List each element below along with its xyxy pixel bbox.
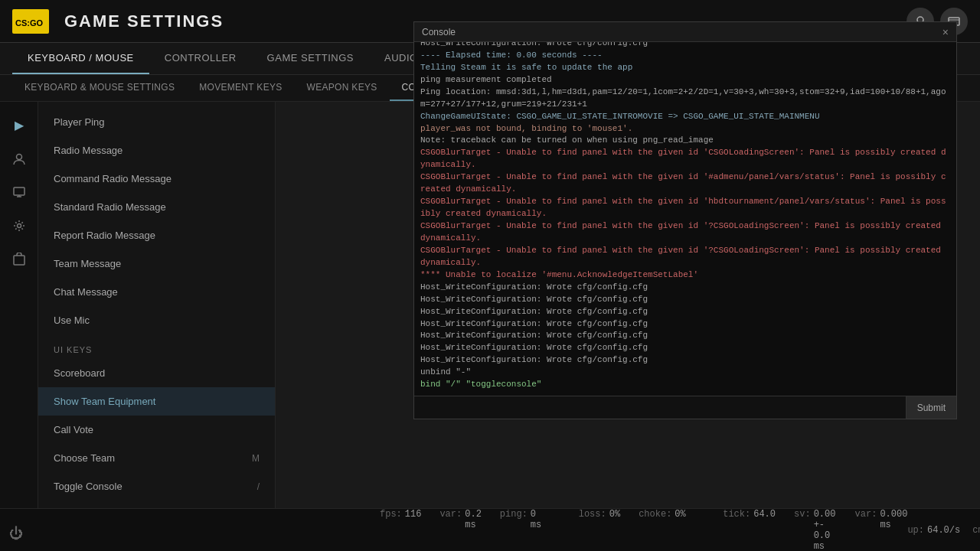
- console-line: bind "/" "toggleconsole": [420, 379, 950, 391]
- status-bar: ⏻ fps: 116 var: 0.2 ms ping: 0 ms loss: …: [0, 508, 980, 551]
- console-window: Console × Unknown command "joy_lookspin_…: [413, 21, 957, 419]
- tab-controller[interactable]: Controller: [149, 43, 252, 74]
- console-line: ping measurement completed: [420, 74, 950, 86]
- console-line: CSGOBlurTarget - Unable to find panel wi…: [420, 220, 950, 245]
- tab-keyboard-mouse-settings[interactable]: Keyboard & Mouse Settings: [12, 75, 187, 101]
- sidebar-icons: ▶: [0, 102, 38, 546]
- tick-label: tick:: [723, 509, 750, 552]
- var2-value: 0.000 ms: [880, 509, 907, 552]
- tick-value: 64.0: [753, 509, 776, 552]
- console-title-bar: Console ×: [414, 22, 956, 42]
- gear-icon[interactable]: [5, 212, 33, 240]
- fps-metric: fps: 116: [380, 509, 421, 552]
- console-line: CSGOBlurTarget - Unable to find panel wi…: [420, 147, 950, 171]
- svg-rect-5: [14, 187, 24, 195]
- settings-item-report-radio[interactable]: Report Radio Message: [38, 221, 275, 249]
- sv-metric: sv: 0.00 +- 0.0 ms: [794, 509, 837, 552]
- svg-point-8: [17, 224, 21, 228]
- settings-item-standard-radio[interactable]: Standard Radio Message: [38, 193, 275, 221]
- loss-label: loss:: [579, 509, 606, 552]
- var2-metric: var: 0.000 ms: [855, 509, 908, 552]
- console-line: unbind "-": [420, 367, 950, 379]
- settings-item-radio-message[interactable]: Radio Message: [38, 136, 275, 165]
- settings-item-player-ping[interactable]: Player Ping: [38, 108, 275, 136]
- console-line: Host_WriteConfiguration: Wrote cfg/confi…: [420, 318, 950, 331]
- ping-label: ping:: [500, 509, 528, 552]
- sv-label: sv:: [794, 509, 811, 552]
- console-line: CSGOBlurTarget - Unable to find panel wi…: [420, 171, 950, 196]
- console-output[interactable]: Unknown command "joy_lookspin_default"Un…: [414, 42, 956, 396]
- settings-item-use-mic[interactable]: Use Mic: [38, 306, 275, 334]
- up-label: up:: [907, 525, 924, 536]
- settings-item-command-radio[interactable]: Command Radio Message: [38, 165, 275, 193]
- console-line: Host_WriteConfiguration: Wrote cfg/confi…: [420, 330, 950, 342]
- console-line: Host_WriteConfiguration: Wrote cfg/confi…: [420, 294, 950, 306]
- toggle-console-keybind: /: [257, 481, 260, 492]
- console-line: Host_WriteConfiguration: Wrote cfg/confi…: [420, 342, 950, 354]
- settings-item-scoreboard[interactable]: Scoreboard: [38, 359, 275, 387]
- csgo-logo: CS:GO: [12, 9, 49, 34]
- cmd-metric: cmd: 64.0/s: [972, 525, 980, 536]
- var-value: 0.2 ms: [465, 509, 482, 552]
- console-line: ---- Elapsed time: 0.00 seconds ----: [420, 50, 950, 62]
- status-right: up: 64.0/s cmd: 64.0/s offline RESET: [907, 525, 980, 536]
- console-line: **** Unable to localize '#menu.Acknowled…: [420, 269, 950, 282]
- var-label: var:: [439, 509, 462, 552]
- play-icon[interactable]: ▶: [5, 111, 33, 139]
- settings-item-chat-message[interactable]: Chat Message: [38, 278, 275, 306]
- up-metric: up: 64.0/s: [907, 525, 960, 536]
- inventory-icon[interactable]: [5, 246, 33, 273]
- var2-label: var:: [855, 509, 877, 552]
- tick-metric: tick: 64.0: [723, 509, 776, 552]
- settings-item-toggle-console[interactable]: Toggle Console /: [38, 472, 275, 500]
- tab-keyboard-mouse[interactable]: Keyboard / Mouse: [12, 43, 149, 74]
- console-line: ChangeGameUIState: CSGO_GAME_UI_STATE_IN…: [420, 111, 950, 123]
- console-line: Telling Steam it is safe to update the a…: [420, 62, 950, 74]
- choke-metric: choke: 0%: [639, 509, 686, 552]
- choke-value: 0%: [675, 509, 685, 552]
- tab-movement-keys[interactable]: Movement Keys: [187, 75, 294, 101]
- console-line: Host_WriteConfiguration: Wrote cfg/confi…: [420, 42, 950, 50]
- settings-item-call-vote[interactable]: Call Vote: [38, 416, 275, 444]
- console-line: CSGOBlurTarget - Unable to find panel wi…: [420, 245, 950, 269]
- console-line: player_was not bound, binding to 'mouse1…: [420, 123, 950, 135]
- cmd-label: cmd:: [972, 525, 980, 536]
- console-line: Host_WriteConfiguration: Wrote cfg/confi…: [420, 282, 950, 294]
- loss-value: 0%: [609, 509, 620, 552]
- settings-item-choose-team[interactable]: Choose Team M: [38, 444, 275, 472]
- fps-label: fps:: [380, 509, 402, 552]
- ping-value: 0 ms: [531, 509, 541, 552]
- settings-list: Player Ping Radio Message Command Radio …: [38, 102, 276, 546]
- svg-text:CS:GO: CS:GO: [15, 18, 44, 28]
- console-close-button[interactable]: ×: [942, 27, 949, 37]
- console-line: Ping location: mmsd:3d1,l,hm=d3d1,pam=12…: [420, 86, 950, 111]
- power-icon[interactable]: ⏻: [9, 526, 23, 542]
- ui-keys-header: UI Keys: [38, 337, 275, 359]
- console-title: Console: [422, 27, 456, 37]
- var-metric: var: 0.2 ms: [439, 509, 481, 552]
- ping-metric: ping: 0 ms: [500, 509, 541, 552]
- console-line: Host_WriteConfiguration: Wrote cfg/confi…: [420, 306, 950, 318]
- loss-metric: loss: 0%: [579, 509, 620, 552]
- app-title: GAME SETTINGS: [64, 11, 224, 31]
- settings-item-team-message[interactable]: Team Message: [38, 249, 275, 278]
- console-input-bar: Submit: [414, 396, 956, 419]
- status-metrics: fps: 116 var: 0.2 ms ping: 0 ms loss: 0%…: [380, 509, 907, 552]
- console-line: Note: traceback can be turned on when us…: [420, 135, 950, 147]
- tv-icon[interactable]: [5, 178, 33, 206]
- up-value: 64.0/s: [927, 525, 960, 536]
- console-line: CSGOBlurTarget - Unable to find panel wi…: [420, 196, 950, 220]
- profile-icon[interactable]: [5, 145, 33, 172]
- settings-item-show-team-equipment[interactable]: Show Team Equipment: [38, 387, 275, 416]
- tab-weapon-keys[interactable]: Weapon Keys: [295, 75, 390, 101]
- tab-game-settings[interactable]: Game Settings: [252, 43, 369, 74]
- sv-value: 0.00 +- 0.0 ms: [814, 509, 837, 552]
- fps-value: 116: [405, 509, 422, 552]
- choose-team-keybind: M: [252, 453, 260, 464]
- choke-label: choke:: [639, 509, 671, 552]
- console-submit-button[interactable]: Submit: [906, 396, 956, 419]
- svg-point-4: [16, 155, 21, 160]
- svg-rect-9: [14, 256, 24, 265]
- console-input[interactable]: [414, 396, 906, 419]
- console-line: Host_WriteConfiguration: Wrote cfg/confi…: [420, 354, 950, 367]
